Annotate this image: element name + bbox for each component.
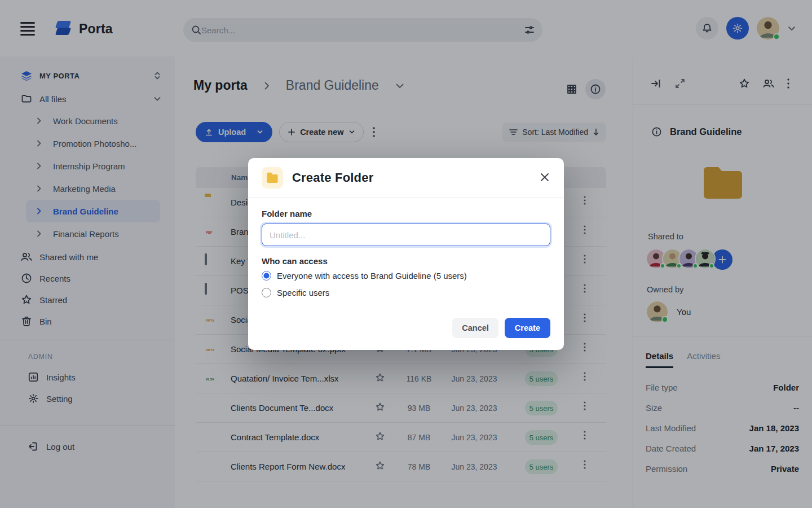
access-specific-label: Specific users (277, 288, 329, 297)
access-everyone-label: Everyone with access to Brand Guideline … (277, 271, 467, 281)
folder-name-input[interactable] (262, 224, 550, 246)
modal-header: Create Folder (248, 158, 564, 198)
radio-everyone[interactable] (262, 271, 271, 281)
access-specific-option[interactable]: Specific users (262, 288, 550, 297)
radio-specific-users[interactable] (262, 288, 271, 297)
who-can-access-label: Who can access (262, 256, 550, 266)
folder-badge-icon (262, 167, 283, 189)
access-everyone-option[interactable]: Everyone with access to Brand Guideline … (262, 271, 550, 281)
close-icon[interactable] (539, 172, 550, 183)
modal-actions: Cancel Create (452, 318, 550, 338)
create-folder-modal: Create Folder Folder name Who can access… (248, 158, 564, 350)
modal-title: Create Folder (292, 170, 373, 185)
app-window: Porta (0, 0, 812, 508)
modal-body: Folder name Who can access Everyone with… (248, 198, 564, 297)
folder-name-label: Folder name (262, 209, 550, 218)
cancel-button[interactable]: Cancel (452, 318, 498, 338)
create-button[interactable]: Create (505, 318, 550, 338)
